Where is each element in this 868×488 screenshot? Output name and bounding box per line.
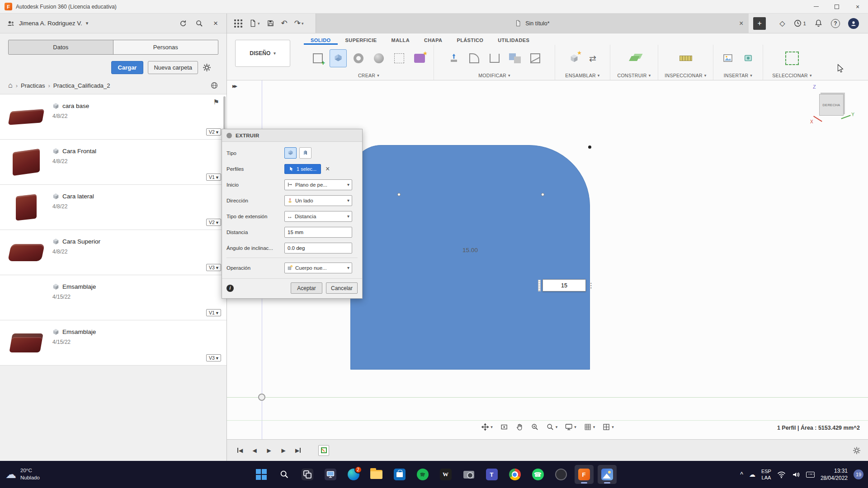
tab-solido[interactable]: SOLIDO (304, 38, 338, 45)
undo-icon[interactable]: ↶ (281, 19, 288, 28)
panel-scrollbar[interactable] (223, 96, 226, 131)
camera-icon[interactable] (459, 465, 478, 484)
flag-icon[interactable]: ⚑ (213, 98, 219, 106)
tab-malla[interactable]: MALLA (385, 38, 417, 45)
document-name[interactable]: Cara Superior (62, 238, 100, 245)
user-avatar[interactable] (848, 18, 859, 29)
spotify-icon[interactable] (413, 465, 432, 484)
crear-group-dropdown[interactable]: CREAR▾ (306, 71, 432, 80)
design-workspace-dropdown[interactable]: DISEÑO▾ (235, 40, 290, 67)
list-item[interactable]: Cara Superior 4/8/22 V3▾ (0, 230, 226, 275)
list-item[interactable]: Emsamblaje 4/15/22 V1▾ (0, 275, 226, 320)
document-name[interactable]: cara base (62, 103, 89, 109)
document-name[interactable]: Cara Frontal (62, 148, 96, 155)
tab-close-icon[interactable]: × (739, 19, 743, 28)
insert-canvas-icon[interactable] (719, 49, 736, 67)
version-selector[interactable]: V1▾ (206, 174, 221, 181)
cancel-button[interactable]: Cancelar (326, 282, 358, 294)
tab-personas[interactable]: Personas (113, 40, 218, 54)
start-button[interactable] (252, 465, 271, 484)
tab-plastico[interactable]: PLÁSTICO (450, 38, 490, 45)
version-selector[interactable]: V2▾ (206, 128, 221, 136)
new-component-icon[interactable]: ★ (566, 49, 583, 67)
app-grid-icon[interactable] (234, 19, 242, 28)
info-icon[interactable]: i (226, 285, 234, 292)
upload-button[interactable]: Cargar (111, 61, 144, 74)
display-settings-icon[interactable]: ▾ (562, 421, 579, 433)
view-cube[interactable]: Z DERECHA X Y (810, 84, 855, 129)
timeline-go-end-button[interactable]: ▶ (292, 445, 304, 456)
timeline-step-forward-button[interactable]: ▶ (278, 445, 289, 456)
wikipedia-icon[interactable]: W (436, 465, 455, 484)
task-view-icon[interactable] (298, 465, 317, 484)
construir-group-dropdown[interactable]: CONSTRUIR▾ (612, 71, 656, 80)
redo-icon[interactable]: ↷▾ (294, 19, 304, 28)
distance-input[interactable] (284, 227, 352, 238)
list-item[interactable]: cara base 4/8/22 ⚑ V2▾ (0, 94, 226, 140)
document-name[interactable]: Emsamblaje (62, 283, 96, 290)
teams-icon[interactable]: T (482, 465, 501, 484)
orbit-icon[interactable]: ▾ (479, 421, 495, 433)
volume-icon[interactable] (792, 470, 800, 479)
measure-icon[interactable] (677, 49, 694, 67)
operation-dropdown[interactable]: Cuerpo nue... ▾ (284, 263, 352, 273)
timeline-play-button[interactable]: ▶ (263, 445, 275, 456)
touch-keyboard-icon[interactable] (806, 472, 815, 478)
list-item[interactable]: Cara lateral 4/8/22 V2▾ (0, 185, 226, 230)
viewports-icon[interactable]: ▾ (600, 421, 616, 433)
panel-close-icon[interactable]: × (211, 19, 220, 28)
hidden-icons-chevron[interactable]: ^ (740, 471, 743, 478)
document-tab[interactable]: Sin título* (515, 14, 550, 33)
close-button[interactable]: × (847, 0, 868, 13)
tab-chapa[interactable]: CHAPA (417, 38, 449, 45)
wifi-icon[interactable] (777, 470, 786, 479)
list-item[interactable]: Cara Frontal 4/8/22 V1▾ (0, 140, 226, 185)
new-tab-button[interactable]: + (753, 17, 766, 30)
start-dropdown[interactable]: Plano de pe... ▾ (284, 179, 352, 190)
version-selector[interactable]: V1▾ (206, 309, 221, 316)
create-sketch-icon[interactable]: + (309, 49, 326, 67)
file-explorer-icon[interactable] (367, 465, 386, 484)
tab-utilidades[interactable]: UTILIDADES (491, 38, 536, 45)
fillet-icon[interactable] (466, 49, 483, 67)
minimize-button[interactable] (806, 0, 826, 13)
create-form-icon[interactable]: ★ (411, 49, 428, 67)
document-name[interactable]: Emsamblaje (62, 328, 96, 335)
clock-widget[interactable]: 13:31 28/04/2022 (821, 467, 848, 482)
notification-count-badge[interactable]: 19 (854, 469, 863, 479)
version-selector[interactable]: V2▾ (206, 219, 221, 226)
job-status-icon[interactable]: 1 (793, 19, 806, 28)
timeline-go-start-button[interactable]: ◀ (234, 445, 246, 456)
vertex-point[interactable] (588, 145, 591, 149)
profiles-clear-button[interactable]: × (326, 165, 330, 173)
user-name[interactable]: Jimena A. Rodriguez V. (19, 20, 82, 27)
look-at-icon[interactable] (498, 421, 510, 433)
dialog-collapse-icon[interactable] (226, 133, 232, 138)
taper-angle-input[interactable] (284, 243, 352, 253)
insert-decal-icon[interactable] (740, 49, 757, 67)
extent-type-dropdown[interactable]: ↔ Distancia ▾ (284, 211, 352, 222)
file-menu-icon[interactable]: ▾ (249, 19, 260, 27)
maximize-button[interactable] (826, 0, 847, 13)
construction-plane-icon[interactable] (626, 49, 643, 67)
insertar-group-dropdown[interactable]: INSERTAR▾ (715, 71, 761, 80)
zoom-icon[interactable]: ▾ (544, 421, 560, 433)
photos-app-icon[interactable] (598, 465, 617, 484)
edge-icon[interactable]: 2 (344, 465, 363, 484)
sphere-icon[interactable] (370, 49, 387, 67)
sketch-point[interactable] (397, 193, 401, 196)
globe-icon[interactable] (210, 81, 218, 89)
extruded-profile[interactable] (350, 145, 590, 370)
notifications-bell-icon[interactable] (814, 19, 823, 28)
folder-settings-gear-icon[interactable] (203, 63, 211, 72)
extensions-icon[interactable]: ◇ (779, 19, 785, 28)
joint-icon[interactable]: ⇄ (586, 49, 599, 67)
dimension-input[interactable] (542, 279, 586, 291)
modificar-group-dropdown[interactable]: MODIFICAR▾ (436, 71, 553, 80)
accept-button[interactable]: Aceptar (291, 282, 322, 294)
ensamblar-group-dropdown[interactable]: ENSAMBLAR▾ (557, 71, 608, 80)
search-icon[interactable] (195, 19, 204, 28)
tab-datos[interactable]: Datos (9, 40, 113, 54)
taskbar-search-icon[interactable] (275, 465, 294, 484)
language-indicator[interactable]: ESP LAA (761, 468, 771, 481)
